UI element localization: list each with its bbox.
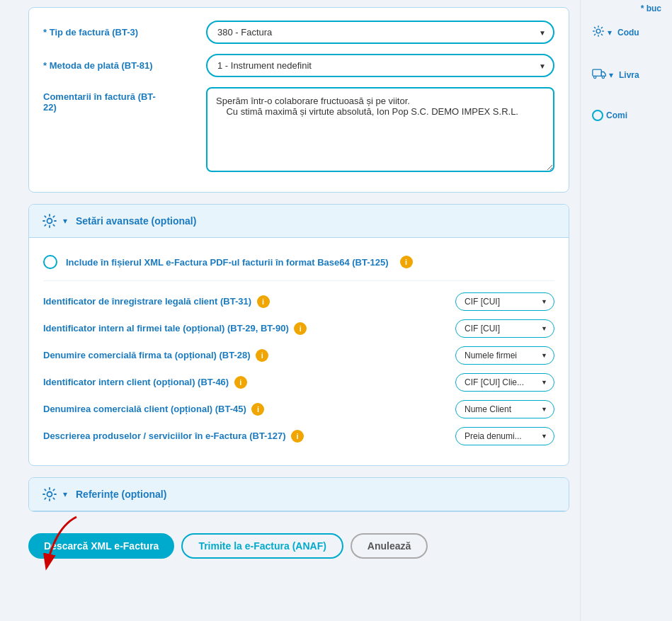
svg-point-1 <box>47 492 52 497</box>
sidebar-comi-item: Comi <box>592 110 661 121</box>
adv-select-4[interactable]: Nume Client <box>455 400 554 418</box>
cancel-button[interactable]: Anulează <box>351 533 428 559</box>
adv-row-1: Identificator intern al firmei tale (opț… <box>43 319 554 338</box>
adv-info-2[interactable]: i <box>256 349 268 362</box>
advanced-section-body: Include în fișierul XML e-Factura PDF-ul… <box>29 238 569 465</box>
advanced-settings-header[interactable]: ▾ Setări avansate (optional) <box>29 205 569 238</box>
codu-chevron-icon: ▾ <box>608 28 612 38</box>
send-efactura-button[interactable]: Trimite la e-Factura (ANAF) <box>181 533 343 559</box>
livra-chevron-icon: ▾ <box>609 70 613 80</box>
xml-include-radio[interactable] <box>43 255 57 269</box>
livra-label: Livra <box>619 70 639 80</box>
codu-label: Codu <box>617 28 639 38</box>
buc-label: * buc <box>588 4 665 13</box>
adv-label-0: Identificator de înregistrare legală cli… <box>43 295 448 308</box>
tip-factura-select-wrapper[interactable]: 380 - Factura <box>206 21 554 44</box>
adv-info-0[interactable]: i <box>257 295 270 308</box>
svg-point-5 <box>602 76 604 78</box>
svg-rect-3 <box>593 69 602 76</box>
advanced-section-title: Setări avansate (optional) <box>76 215 196 227</box>
sidebar-codu-section: ▾ Codu <box>588 19 665 52</box>
adv-info-5[interactable]: i <box>291 430 304 443</box>
tip-factura-label: * Tip de factură (BT-3) <box>43 27 199 38</box>
references-section-title: Referințe (optional) <box>76 489 166 500</box>
adv-select-wrapper-1[interactable]: CIF [CUI] <box>455 319 554 338</box>
adv-label-1: Identificator intern al firmei tale (opț… <box>43 322 448 335</box>
xml-include-label: Include în fișierul XML e-Factura PDF-ul… <box>66 257 389 268</box>
adv-label-5: Descrierea produselor / serviciilor în e… <box>43 430 448 443</box>
sidebar-comi-section: Comi <box>588 104 665 132</box>
adv-info-1[interactable]: i <box>294 322 307 335</box>
metoda-plata-select-wrapper[interactable]: 1 - Instrument nedefinit <box>206 54 554 77</box>
adv-row-3: Identificator intern client (opțional) (… <box>43 373 554 392</box>
metoda-plata-select[interactable]: 1 - Instrument nedefinit <box>206 54 554 77</box>
svg-point-4 <box>594 76 596 78</box>
adv-select-wrapper-0[interactable]: CIF [CUI] <box>455 292 554 311</box>
adv-label-4: Denumirea comercială client (opțional) (… <box>43 403 448 416</box>
svg-point-0 <box>47 219 52 224</box>
action-buttons-row: Descarcă XML e-Factura Trimite la e-Fact… <box>28 526 569 566</box>
adv-info-3[interactable]: i <box>234 376 247 389</box>
comentarii-label: Comentarii în factură (BT-22) <box>43 87 199 113</box>
right-sidebar: * buc ▾ Codu <box>580 0 672 621</box>
truck-icon <box>592 67 606 83</box>
sidebar-livra-section: ▾ Livra <box>588 62 665 94</box>
download-xml-button[interactable]: Descarcă XML e-Factura <box>28 533 174 559</box>
comi-label: Comi <box>606 110 627 120</box>
gear-small-icon <box>592 25 605 40</box>
adv-select-wrapper-4[interactable]: Nume Client <box>455 400 554 418</box>
sidebar-livra-item[interactable]: ▾ Livra <box>592 67 661 83</box>
tip-factura-select[interactable]: 380 - Factura <box>206 21 554 44</box>
adv-row-5: Descrierea produselor / serviciilor în e… <box>43 427 554 445</box>
adv-row-4: Denumirea comercială client (opțional) (… <box>43 400 554 418</box>
advanced-settings-card: ▾ Setări avansate (optional) Include în … <box>28 204 569 466</box>
tip-factura-row: * Tip de factură (BT-3) 380 - Factura <box>43 21 554 44</box>
adv-row-0: Identificator de înregistrare legală cli… <box>43 292 554 311</box>
comentarii-row: Comentarii în factură (BT-22) Sperăm înt… <box>43 87 554 172</box>
references-gear-icon <box>42 486 57 502</box>
adv-select-wrapper-5[interactable]: Preia denumi... <box>455 427 554 445</box>
adv-select-2[interactable]: Numele firmei <box>455 346 554 365</box>
adv-label-2: Denumire comercială firma ta (opțional) … <box>43 349 448 362</box>
adv-select-wrapper-3[interactable]: CIF [CUI] Clie... <box>455 373 554 392</box>
xml-include-row: Include în fișierul XML e-Factura PDF-ul… <box>43 249 554 281</box>
adv-select-0[interactable]: CIF [CUI] <box>455 292 554 311</box>
references-chevron-icon: ▾ <box>63 489 67 499</box>
adv-select-1[interactable]: CIF [CUI] <box>455 319 554 338</box>
invoice-fields-card: * Tip de factură (BT-3) 380 - Factura * … <box>28 7 569 193</box>
adv-select-wrapper-2[interactable]: Numele firmei <box>455 346 554 365</box>
adv-select-5[interactable]: Preia denumi... <box>455 427 554 445</box>
sidebar-codu-item[interactable]: ▾ Codu <box>592 25 661 40</box>
adv-info-4[interactable]: i <box>251 403 264 416</box>
metoda-plata-row: * Metoda de plată (BT-81) 1 - Instrument… <box>43 54 554 77</box>
adv-label-3: Identificator intern client (opțional) (… <box>43 376 448 389</box>
svg-point-2 <box>596 29 600 33</box>
comentarii-textarea[interactable]: Sperăm într-o colaborare fructuoasă și p… <box>206 87 554 172</box>
comi-radio[interactable] <box>592 110 603 121</box>
references-header[interactable]: ▾ Referințe (optional) <box>29 478 569 511</box>
references-card: ▾ Referințe (optional) <box>28 477 569 512</box>
xml-include-info-icon[interactable]: i <box>400 256 413 268</box>
metoda-plata-label: * Metoda de plată (BT-81) <box>43 60 199 71</box>
gear-icon <box>42 213 57 229</box>
chevron-down-icon: ▾ <box>63 216 67 226</box>
adv-select-3[interactable]: CIF [CUI] Clie... <box>455 373 554 392</box>
adv-row-2: Denumire comercială firma ta (opțional) … <box>43 346 554 365</box>
